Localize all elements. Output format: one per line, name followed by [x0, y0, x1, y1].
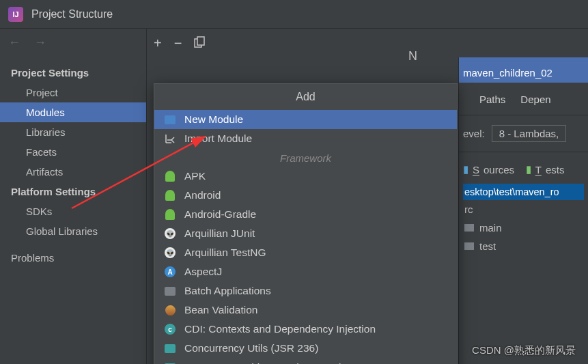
- popup-item-label: Android-Gradle: [184, 208, 256, 221]
- popup-item-label: AspectJ: [184, 266, 222, 278]
- android-icon: [164, 170, 176, 182]
- jsr-icon: [164, 342, 176, 354]
- popup-item-concurrency[interactable]: Concurrency Utils (JSR 236): [154, 339, 457, 358]
- sidebar-item-facets[interactable]: Facets: [0, 142, 146, 162]
- back-arrow-icon[interactable]: ←: [8, 36, 20, 50]
- bean-icon: [164, 304, 176, 316]
- popup-item-label: Connector Architecture (JSR 322): [184, 361, 343, 364]
- popup-item-label: Concurrency Utils (JSR 236): [184, 342, 318, 354]
- sidebar-item-libraries[interactable]: Libraries: [0, 122, 146, 142]
- popup-item-label: Android: [184, 189, 221, 201]
- sidebar-item-modules[interactable]: Modules: [0, 102, 146, 122]
- tree-item[interactable]: rc: [463, 200, 584, 219]
- window-title: Project Structure: [31, 8, 113, 20]
- folder-icon: ▮: [463, 163, 468, 176]
- mark-sources-button[interactable]: ▮Sources: [463, 163, 514, 176]
- tab-dependencies[interactable]: Depen: [520, 94, 550, 105]
- popup-item-new-module[interactable]: New Module: [154, 110, 457, 129]
- tab-paths[interactable]: Paths: [479, 94, 505, 105]
- helmet-icon: 👽: [164, 247, 176, 259]
- folder-icon: [464, 242, 474, 250]
- sidebar-group-project-settings: Project Settings: [0, 63, 146, 83]
- popup-item-label: APK: [184, 170, 206, 182]
- module-name-selected[interactable]: maven_children_02: [459, 57, 588, 83]
- popup-item-label: New Module: [184, 113, 243, 126]
- tree-item-main[interactable]: main: [463, 219, 584, 237]
- tree-item-test[interactable]: test: [463, 237, 584, 255]
- popup-item-arquillian-testng[interactable]: 👽Arquillian TestNG: [154, 243, 457, 262]
- popup-item-apk[interactable]: APK: [154, 167, 457, 186]
- popup-section-framework: Framework: [154, 148, 457, 167]
- forward-arrow-icon[interactable]: →: [34, 36, 46, 50]
- add-popup: Add New Module Import Module Framework A…: [154, 83, 458, 364]
- popup-item-connector[interactable]: Connector Architecture (JSR 322): [154, 358, 457, 364]
- popup-item-android-gradle[interactable]: Android-Gradle: [154, 205, 457, 224]
- popup-item-import-module[interactable]: Import Module: [154, 129, 457, 148]
- popup-item-android[interactable]: Android: [154, 186, 457, 205]
- tests-label: ests: [546, 164, 565, 176]
- titlebar: IJ Project Structure: [0, 0, 588, 29]
- android-icon: [164, 208, 176, 221]
- module-tabs: Paths Depen: [459, 83, 588, 115]
- popup-item-label: Import Module: [184, 132, 252, 145]
- jsr-icon: [164, 361, 176, 364]
- sidebar-group-platform-settings: Platform Settings: [0, 182, 146, 201]
- app-icon: IJ: [8, 7, 23, 22]
- sidebar-item-problems[interactable]: Problems: [0, 248, 146, 268]
- cdi-icon: c: [164, 323, 176, 335]
- module-toolbar: + −: [154, 36, 206, 51]
- android-icon: [164, 189, 176, 201]
- popup-item-arquillian-junit[interactable]: 👽Arquillian JUnit: [154, 224, 457, 243]
- name-label-fragment: N: [408, 49, 417, 64]
- nav-arrows: ← →: [0, 29, 55, 56]
- right-panel: maven_children_02 Paths Depen evel: 8 - …: [458, 57, 588, 364]
- popup-item-label: Batch Applications: [184, 285, 271, 297]
- popup-item-label: Arquillian TestNG: [184, 247, 266, 259]
- sidebar-item-artifacts[interactable]: Artifacts: [0, 162, 146, 182]
- svg-rect-1: [197, 37, 204, 45]
- content-root-path[interactable]: esktop\test\maven_ro: [463, 184, 584, 200]
- sources-label: ources: [484, 164, 514, 176]
- copy-icon[interactable]: [194, 36, 206, 51]
- folder-icon: [164, 113, 176, 126]
- sidebar-item-global-libraries[interactable]: Global Libraries: [0, 221, 146, 241]
- popup-item-label: Arquillian JUnit: [184, 227, 255, 240]
- add-button[interactable]: +: [154, 36, 162, 51]
- folder-icon: ▮: [526, 163, 531, 176]
- popup-item-bean-validation[interactable]: Bean Validation: [154, 300, 457, 320]
- popup-item-label: Bean Validation: [184, 304, 257, 316]
- popup-item-cdi[interactable]: cCDI: Contexts and Dependency Injection: [154, 320, 457, 339]
- popup-item-batch[interactable]: Batch Applications: [154, 281, 457, 300]
- level-label: evel:: [463, 128, 485, 139]
- circle-a-icon: A: [164, 266, 176, 278]
- watermark: CSDN @熟悉的新风景: [472, 344, 576, 357]
- mark-tests-button[interactable]: ▮Tests: [526, 163, 565, 176]
- language-level-row: evel: 8 - Lambdas,: [459, 115, 588, 152]
- folder-icon: [464, 224, 474, 232]
- import-icon: [164, 132, 176, 145]
- popup-title: Add: [154, 84, 457, 110]
- helmet-icon: 👽: [164, 227, 176, 240]
- language-level-select[interactable]: 8 - Lambdas,: [492, 125, 567, 142]
- sidebar-item-sdks[interactable]: SDKs: [0, 201, 146, 221]
- sidebar-item-project[interactable]: Project: [0, 83, 146, 102]
- remove-button[interactable]: −: [174, 36, 182, 51]
- popup-item-label: CDI: Contexts and Dependency Injection: [184, 323, 376, 335]
- sidebar: ← → Project Settings Project Modules Lib…: [0, 29, 147, 364]
- folder-icon: [164, 285, 176, 297]
- popup-item-aspectj[interactable]: AAspectJ: [154, 262, 457, 281]
